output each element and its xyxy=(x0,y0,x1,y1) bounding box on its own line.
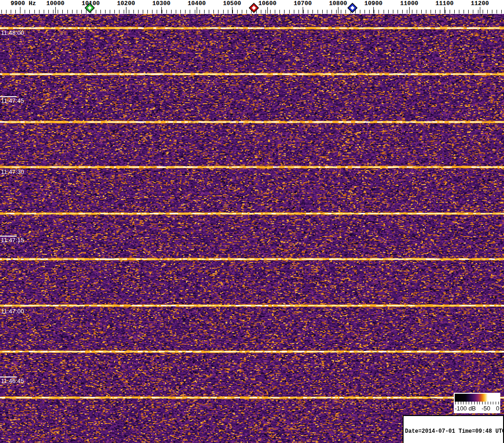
freq-minor-tick xyxy=(464,10,464,13)
freq-minor-tick xyxy=(11,10,11,13)
freq-major-tick xyxy=(20,7,20,13)
db-scale-tick xyxy=(493,402,493,404)
freq-minor-tick xyxy=(114,10,115,13)
freq-minor-tick xyxy=(450,10,450,13)
freq-axis-label-8: 10700 xyxy=(293,0,312,7)
freq-minor-tick xyxy=(133,10,134,13)
freq-minor-tick xyxy=(171,10,172,13)
time-tick xyxy=(0,96,17,97)
freq-minor-tick xyxy=(162,10,162,13)
freq-minor-tick xyxy=(157,10,157,13)
db-scale-tick xyxy=(479,402,480,404)
freq-minor-tick xyxy=(81,10,82,13)
freq-minor-tick xyxy=(360,10,360,13)
freq-minor-tick xyxy=(152,10,153,13)
freq-minor-tick xyxy=(147,10,148,13)
freq-minor-tick xyxy=(105,10,106,13)
freq-minor-tick xyxy=(332,10,332,13)
freq-minor-tick xyxy=(435,10,436,13)
freq-minor-tick xyxy=(275,10,275,13)
freq-minor-tick xyxy=(398,10,398,13)
db-scale-tick xyxy=(488,402,488,404)
freq-minor-tick xyxy=(279,10,280,13)
db-label-mid: -50 xyxy=(482,405,491,412)
freq-minor-tick xyxy=(336,10,337,13)
freq-major-tick xyxy=(444,7,445,13)
freq-major-tick xyxy=(267,7,268,13)
time-tick xyxy=(0,236,17,237)
freq-minor-tick xyxy=(341,10,341,13)
freq-minor-tick xyxy=(440,10,440,13)
waterfall-canvas[interactable] xyxy=(0,14,504,443)
freq-minor-tick xyxy=(58,10,58,13)
blue-marker[interactable] xyxy=(347,3,358,13)
freq-major-tick xyxy=(232,7,232,13)
freq-axis-label-1: 10000 xyxy=(46,0,64,7)
freq-minor-tick xyxy=(459,10,459,13)
freq-minor-tick xyxy=(204,10,205,13)
info-date-time: Date=2014-07-01 Time=09:48 UTC xyxy=(405,429,503,435)
freq-minor-tick xyxy=(374,10,374,13)
db-colorbar-gradient xyxy=(455,394,499,402)
db-colorbar-labels: -100 dB -50 0 xyxy=(454,405,500,412)
freq-minor-tick xyxy=(318,10,318,13)
db-scale-tick xyxy=(469,402,469,404)
freq-minor-tick xyxy=(483,10,483,13)
time-label-4: 11:47:00 xyxy=(1,308,24,315)
freq-major-tick xyxy=(303,7,303,13)
freq-minor-tick xyxy=(388,10,389,13)
freq-minor-tick xyxy=(96,10,96,13)
freq-minor-tick xyxy=(77,10,77,13)
freq-major-tick xyxy=(409,7,410,13)
db-scale-tick xyxy=(498,402,499,404)
green-marker[interactable] xyxy=(85,3,95,13)
freq-minor-tick xyxy=(129,10,129,13)
observation-info-box: Date=2014-07-01 Time=09:48 UTC Freq=143 … xyxy=(403,415,504,443)
freq-minor-tick xyxy=(298,10,299,13)
freq-major-tick xyxy=(197,7,197,13)
db-scale-tick xyxy=(466,402,466,404)
freq-minor-tick xyxy=(417,10,417,13)
freq-axis-label-0: 9900 Hz xyxy=(11,0,36,7)
freq-minor-tick xyxy=(501,10,502,13)
freq-minor-tick xyxy=(34,10,35,13)
freq-minor-tick xyxy=(195,10,195,13)
freq-minor-tick xyxy=(478,10,478,13)
db-scale-tick xyxy=(482,402,483,404)
freq-minor-tick xyxy=(454,10,455,13)
freq-minor-tick xyxy=(180,10,181,13)
db-colorbar-panel: -100 dB -50 0 xyxy=(454,393,500,413)
freq-minor-tick xyxy=(312,10,313,13)
freq-minor-tick xyxy=(213,10,214,13)
freq-minor-tick xyxy=(1,10,2,13)
freq-minor-tick xyxy=(421,10,422,13)
red-marker[interactable] xyxy=(249,3,259,13)
freq-axis-label-9: 10800 xyxy=(329,0,347,7)
db-scale-tick xyxy=(463,402,464,404)
freq-minor-tick xyxy=(270,10,271,13)
freq-minor-tick xyxy=(261,10,261,13)
freq-minor-tick xyxy=(487,10,488,13)
freq-major-tick xyxy=(480,7,480,13)
freq-minor-tick xyxy=(445,10,445,13)
freq-minor-tick xyxy=(242,10,242,13)
freq-axis-label-12: 11100 xyxy=(435,0,453,7)
time-label-5: 11:46:45 xyxy=(1,377,24,384)
db-scale-tick xyxy=(477,402,477,404)
freq-axis-label-10: 10900 xyxy=(364,0,382,7)
freq-minor-tick xyxy=(384,10,384,13)
freq-minor-tick xyxy=(110,10,110,13)
freq-minor-tick xyxy=(289,10,290,13)
freq-minor-tick xyxy=(468,10,469,13)
freq-minor-tick xyxy=(190,10,190,13)
db-scale-tick xyxy=(485,402,485,404)
freq-minor-tick xyxy=(6,10,7,13)
db-scale-tick xyxy=(474,402,475,404)
freq-major-tick xyxy=(338,7,338,13)
freq-axis-label-4: 10300 xyxy=(152,0,170,7)
freq-minor-tick xyxy=(237,10,238,13)
frequency-ruler[interactable]: 9900 Hz100001010010200103001040010500106… xyxy=(0,0,504,14)
db-scale-tick xyxy=(496,402,496,404)
time-label-2: 11:47:30 xyxy=(1,168,24,175)
db-scale-tick xyxy=(491,402,491,404)
